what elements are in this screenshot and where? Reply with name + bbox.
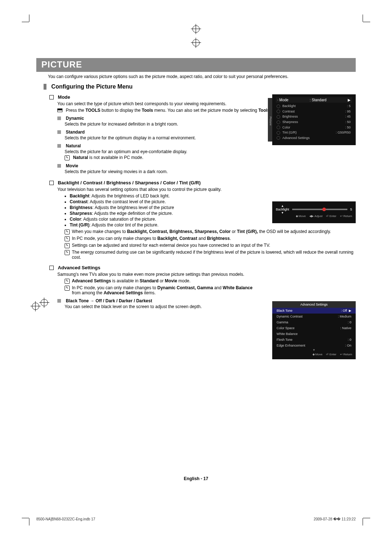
osd-menu-row: Sharpness: 50 <box>276 120 352 124</box>
note-icon: ✎ <box>65 250 70 255</box>
square-bullet-icon <box>57 164 61 168</box>
square-bullet-icon <box>57 144 61 148</box>
mode-natural-desc: Selects the picture for an optimum and e… <box>65 149 356 154</box>
registration-mark-right <box>32 303 39 310</box>
osd-slider-label: Backlight <box>276 208 289 211</box>
osd-menu-row: Color: 50 <box>276 126 352 130</box>
option-black-tone-title: Black Tone → Off / Dark / Darker / Darke… <box>66 298 152 303</box>
dot-bullet-icon <box>65 213 66 214</box>
picture-params-notes: ✎ When you make changes to Backlight, Co… <box>57 229 356 260</box>
osd-hint: ◆ Move <box>296 214 306 218</box>
mode-standard-title: Standard <box>66 130 85 135</box>
dot-bullet-icon <box>65 207 66 209</box>
advanced-settings-notes: ✎ Advanced Settings is available in Stan… <box>57 278 253 295</box>
picture-param-item: Backlight: Adjusts the brightness of LED… <box>65 193 356 199</box>
checkbox-bullet-icon <box>49 181 54 185</box>
osd-hint: ◆ Move <box>313 353 323 356</box>
osd-hint: ↩ Return <box>340 214 352 218</box>
mode-movie-desc: Selects the picture for viewing movies i… <box>65 169 356 174</box>
arrow-down-icon: ▼ <box>272 348 356 352</box>
checkbox-bullet-icon <box>49 95 54 99</box>
manual-page: PICTURE You can configure various pictur… <box>0 0 392 540</box>
note-per-input-storage: Settings can be adjusted and stored for … <box>72 243 356 248</box>
osd-picture-mode-row: · Mode: Standard▶ <box>276 97 352 103</box>
topic-advanced-settings-desc: Samsung's new TVs allow you to make even… <box>57 272 253 277</box>
dot-bullet-icon <box>65 219 66 220</box>
note-osd-adjust: When you make changes to Backlight, Cont… <box>72 229 356 234</box>
registration-mark-top <box>192 39 200 46</box>
note-icon: ✎ <box>65 155 70 160</box>
picture-param-item: Tint (G/R): Adjusts the color tint of th… <box>65 222 356 228</box>
chevron-right-icon: ▶ <box>348 98 351 102</box>
page-footer: English - 17 <box>0 476 392 481</box>
osd-picture-tab: Picture <box>268 98 272 142</box>
osd-menu-row: Black Tone: Off ▶ <box>272 308 356 314</box>
topic-picture-params: Backlight / Contrast / Brightness / Shar… <box>49 180 356 185</box>
osd-menu-row: Brightness: 45 <box>276 115 352 119</box>
osd-hint: ↩ Return <box>340 353 352 356</box>
note-energy-saving: The energy consumed during use can be si… <box>72 250 356 260</box>
section-title: PICTURE <box>36 58 356 72</box>
square-bullet-icon <box>57 130 61 134</box>
crop-mark-bl <box>22 518 29 525</box>
topic-mode-desc: You can select the type of picture which… <box>57 101 261 106</box>
square-bullet-icon <box>57 116 61 120</box>
registration-mark-left <box>41 299 48 306</box>
mode-natural-title: Natural <box>66 143 81 148</box>
osd-menu-row: Flesh Tone: 0 <box>272 337 356 343</box>
crop-mark-br <box>363 518 370 525</box>
osd-advanced-title: Advanced Settings <box>272 301 356 308</box>
topic-picture-params-title: Backlight / Contrast / Brightness / Shar… <box>58 180 200 185</box>
note-icon: ✎ <box>65 236 70 241</box>
print-timestamp: 2009-07-28 �� 11:23:22 <box>314 517 356 521</box>
osd-menu-row: Tint (G/R): G50/R50 <box>276 131 352 135</box>
print-job-footer: 8500-NA]BN68-02322C-Eng.indb 17 2009-07-… <box>36 517 356 521</box>
osd-advanced-footer: ◆ Move⏎ Enter↩ Return <box>272 352 356 357</box>
dot-bullet-icon <box>65 225 66 226</box>
osd-slider-track <box>292 209 347 210</box>
section-intro: You can configure various picture option… <box>48 74 356 79</box>
osd-backlight-slider: ▲Backlight▼ 5 ◆ Move◀▶ Adjust⏎ Enter↩ Re… <box>272 201 356 223</box>
checkbox-bullet-icon <box>49 266 54 270</box>
mode-natural-note: ✎ Natural is not available in PC mode. <box>65 155 356 160</box>
osd-menu-row: Color Space: Native <box>272 325 356 331</box>
note-adv-availability: Advanced Settings is available in Standa… <box>72 278 253 284</box>
osd-advanced-settings: Advanced Settings Black Tone: Off ▶Dynam… <box>272 301 356 359</box>
osd-menu-row: Gamma: 0 <box>272 319 356 325</box>
dot-bullet-icon <box>65 201 66 203</box>
note-pc-mode-limit: In PC mode, you can only make changes to… <box>72 236 356 241</box>
arrow-down-icon: ▼ <box>281 211 284 214</box>
subsection-heading: Configuring the Picture Menu <box>36 83 356 90</box>
osd-slider-value: 5 <box>350 208 352 211</box>
dot-bullet-icon <box>65 196 66 197</box>
print-file-name: 8500-NA]BN68-02322C-Eng.indb 17 <box>36 517 95 521</box>
note-icon: ✎ <box>65 286 70 291</box>
note-icon: ✎ <box>65 279 70 284</box>
osd-menu-row: Contrast: 95 <box>276 110 352 114</box>
arrow-up-icon: ▲ <box>281 204 284 208</box>
osd-picture-menu: Picture · Mode: Standard▶ Backlight: 5Co… <box>272 94 356 145</box>
osd-hint: ⏎ Enter <box>326 353 336 356</box>
note-adv-pc-mode: In PC mode, you can only make changes to… <box>72 285 253 295</box>
topic-advanced-settings-title: Advanced Settings <box>58 265 100 270</box>
osd-slider-footer: ◆ Move◀▶ Adjust⏎ Enter↩ Return <box>276 214 352 218</box>
crop-mark-tr <box>363 15 370 22</box>
square-bullet-icon <box>57 299 61 303</box>
osd-slider-thumb <box>322 208 326 211</box>
osd-menu-row: Dynamic Contrast: Medium <box>272 314 356 319</box>
topic-mode-title: Mode <box>58 94 70 100</box>
topic-picture-params-desc: Your television has several setting opti… <box>57 187 261 192</box>
heading-bar-icon <box>44 84 46 90</box>
registration-mark-bottom <box>192 25 200 33</box>
subsection-heading-text: Configuring the Picture Menu <box>51 83 132 90</box>
osd-hint: ⏎ Enter <box>326 214 336 218</box>
note-icon: ✎ <box>65 229 70 234</box>
tools-button-icon <box>57 109 62 112</box>
crop-mark-tl <box>22 15 29 22</box>
osd-menu-row: White Balance <box>272 331 356 337</box>
mode-movie-title: Movie <box>66 163 78 168</box>
note-icon: ✎ <box>65 243 70 248</box>
osd-menu-row: Backlight: 5 <box>276 104 352 108</box>
mode-dynamic-title: Dynamic <box>66 116 84 121</box>
topic-advanced-settings: Advanced Settings <box>49 265 356 270</box>
